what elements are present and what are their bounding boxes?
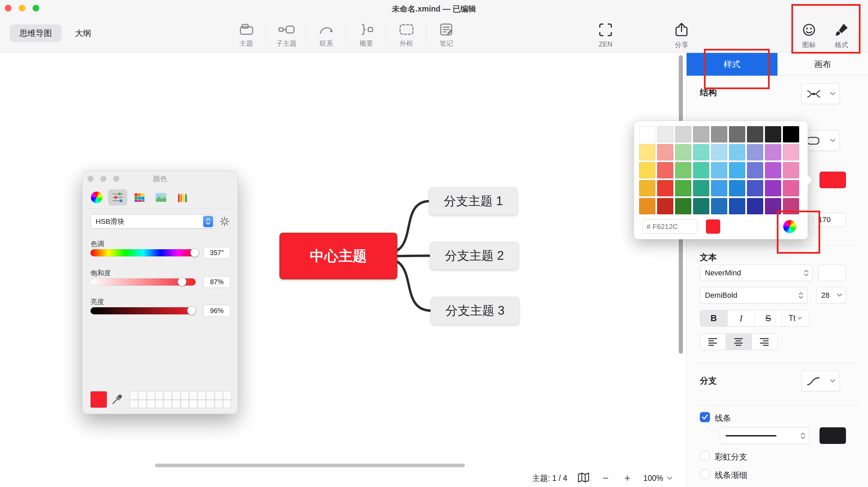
close-button[interactable] [5, 5, 12, 12]
color-swatch[interactable] [729, 126, 745, 142]
structure-select[interactable] [801, 83, 840, 104]
line-color-button[interactable] [820, 427, 846, 444]
branch-topic-2[interactable]: 分支主题 2 [430, 242, 519, 270]
line-taper-checkbox[interactable] [700, 469, 710, 479]
subtopic-button[interactable]: 子主题 [267, 19, 306, 48]
map-overview-icon[interactable] [577, 472, 590, 484]
strikethrough-button[interactable]: S [754, 310, 782, 326]
color-swatch[interactable] [783, 144, 799, 160]
color-swatch[interactable] [765, 126, 781, 142]
color-wheel-tab[interactable] [87, 189, 106, 206]
saturation-slider[interactable] [91, 278, 196, 286]
zoom-level-select[interactable]: 100% [643, 474, 673, 483]
zoom-button[interactable] [33, 5, 39, 12]
font-weight-select[interactable]: DemiBold [700, 287, 807, 304]
color-palettes-tab[interactable] [130, 189, 149, 206]
font-color-well[interactable] [818, 265, 846, 281]
color-swatch[interactable] [711, 144, 727, 160]
eyedropper-icon[interactable] [112, 393, 123, 405]
color-swatch[interactable] [657, 162, 673, 178]
color-swatch[interactable] [711, 180, 727, 196]
color-swatch[interactable] [657, 198, 673, 214]
color-well[interactable] [130, 391, 138, 400]
color-well[interactable] [164, 400, 172, 408]
minimize-button[interactable] [100, 176, 106, 182]
saturation-slider-thumb[interactable] [178, 277, 186, 286]
color-swatch[interactable] [675, 144, 691, 160]
brightness-value-field[interactable]: 96% [203, 305, 230, 317]
color-well[interactable] [215, 400, 223, 408]
close-button[interactable] [87, 176, 94, 182]
zoom-in-button[interactable]: + [622, 472, 633, 484]
color-swatch[interactable] [657, 144, 673, 160]
tab-style[interactable]: 样式 [687, 53, 777, 76]
horizontal-scrollbar[interactable] [155, 464, 465, 467]
color-swatch[interactable] [729, 180, 745, 196]
color-swatch[interactable] [765, 144, 781, 160]
color-well[interactable] [223, 400, 231, 408]
color-swatch[interactable] [639, 126, 655, 142]
color-swatch[interactable] [639, 144, 655, 160]
color-well[interactable] [198, 391, 206, 400]
icons-panel-button[interactable]: 图标 [795, 21, 823, 50]
color-well[interactable] [215, 391, 223, 400]
color-swatch[interactable] [783, 180, 799, 196]
color-swatch[interactable] [693, 144, 709, 160]
color-swatch[interactable] [747, 180, 763, 196]
color-swatch[interactable] [765, 198, 781, 214]
color-swatch[interactable] [729, 144, 745, 160]
fill-color-button[interactable] [820, 172, 846, 188]
recent-color-wells[interactable] [130, 391, 232, 408]
font-family-select[interactable]: NeverMind [700, 265, 813, 281]
summary-button[interactable]: 概要 [347, 19, 386, 48]
color-swatch[interactable] [783, 162, 799, 178]
color-swatch[interactable] [675, 162, 691, 178]
align-right-button[interactable] [752, 334, 777, 350]
color-swatch[interactable] [747, 144, 763, 160]
tab-canvas[interactable]: 画布 [777, 53, 868, 76]
saturation-value-field[interactable]: 87% [203, 276, 230, 288]
brightness-slider-thumb[interactable] [187, 306, 196, 315]
color-well[interactable] [181, 400, 189, 408]
align-center-button[interactable] [726, 334, 751, 350]
hex-color-field[interactable]: # F6212C [642, 219, 697, 234]
zoom-button[interactable] [113, 176, 119, 182]
color-well[interactable] [138, 400, 146, 408]
line-style-select[interactable] [720, 427, 809, 444]
color-swatch[interactable] [693, 180, 709, 196]
hue-slider-thumb[interactable] [190, 248, 199, 257]
color-swatch[interactable] [711, 162, 727, 178]
color-swatch[interactable] [675, 198, 691, 214]
color-well[interactable] [223, 391, 231, 400]
branch-topic-1[interactable]: 分支主题 1 [429, 187, 518, 215]
share-button[interactable]: 分享 [665, 21, 698, 50]
note-button[interactable]: 笔记 [427, 19, 466, 48]
color-swatch[interactable] [675, 126, 691, 142]
color-well[interactable] [138, 391, 146, 400]
color-swatch[interactable] [693, 126, 709, 142]
color-well[interactable] [147, 400, 155, 408]
rainbow-branch-checkbox[interactable] [700, 451, 710, 461]
color-swatch[interactable] [639, 198, 655, 214]
bold-button[interactable]: B [700, 310, 727, 326]
colors-titlebar[interactable]: 颜色 [82, 171, 238, 187]
minimize-button[interactable] [19, 5, 25, 12]
color-well[interactable] [189, 391, 197, 400]
image-palettes-tab[interactable] [152, 189, 171, 206]
topic-button[interactable]: 主题 [226, 19, 266, 48]
italic-button[interactable]: I [727, 310, 754, 326]
tab-mindmap[interactable]: 思维导图 [10, 24, 61, 42]
color-swatch[interactable] [693, 162, 709, 178]
color-wheel-icon[interactable] [783, 220, 796, 233]
zoom-out-button[interactable]: − [600, 472, 611, 484]
color-mode-select[interactable]: HSB滑块 [91, 214, 215, 229]
font-size-select[interactable]: 28 [816, 287, 846, 304]
boundary-button[interactable]: 外框 [387, 19, 426, 48]
color-swatch[interactable] [783, 198, 799, 214]
color-well[interactable] [172, 400, 180, 408]
color-well[interactable] [206, 391, 214, 400]
align-left-button[interactable] [700, 334, 726, 350]
color-swatch[interactable] [765, 162, 781, 178]
zen-mode-button[interactable]: ZEN [589, 21, 622, 48]
color-swatch[interactable] [783, 126, 799, 142]
